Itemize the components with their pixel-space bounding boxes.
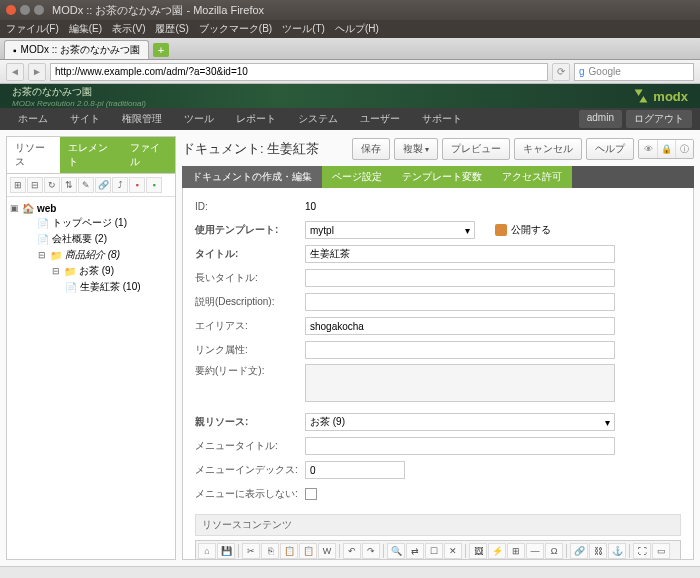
window-minimize-button[interactable]: [20, 5, 30, 15]
tree-root[interactable]: ▣ 🏠 web: [9, 201, 173, 215]
tab-template-vars[interactable]: テンプレート変数: [392, 166, 492, 188]
redo-icon[interactable]: ↷: [362, 543, 380, 559]
preview-button[interactable]: プレビュー: [442, 138, 510, 160]
browser-tab[interactable]: ▪ MODx :: お茶のなかみつ園: [4, 40, 149, 59]
home-icon: 🏠: [22, 202, 34, 214]
nav-user[interactable]: ユーザー: [350, 108, 410, 130]
title-input[interactable]: [305, 245, 615, 263]
template-select[interactable]: mytpl▾: [305, 221, 475, 239]
duplicate-button[interactable]: 複製: [394, 138, 438, 160]
logout-button[interactable]: ログアウト: [626, 110, 692, 128]
linkattr-input[interactable]: [305, 341, 615, 359]
cancel-button[interactable]: キャンセル: [514, 138, 582, 160]
paste-text-icon[interactable]: 📋: [299, 543, 317, 559]
menu-edit[interactable]: 編集(E): [69, 22, 102, 36]
find-icon[interactable]: 🔍: [387, 543, 405, 559]
clear-icon[interactable]: ✕: [444, 543, 462, 559]
selectall-icon[interactable]: ☐: [425, 543, 443, 559]
tree-item-products[interactable]: ⊟📁商品紹介 (8): [9, 247, 173, 263]
menutitle-input[interactable]: [305, 437, 615, 455]
flash-icon[interactable]: ⚡: [488, 543, 506, 559]
cut-icon[interactable]: ✂: [242, 543, 260, 559]
nav-security[interactable]: 権限管理: [112, 108, 172, 130]
hr-icon[interactable]: —: [526, 543, 544, 559]
info-icon[interactable]: ⓘ: [675, 140, 693, 158]
sidebar-tab-file[interactable]: ファイル: [122, 137, 175, 173]
trash-icon[interactable]: ▪: [146, 177, 162, 193]
tree-item-tea[interactable]: ⊟📁お茶 (9): [9, 263, 173, 279]
sidebar-tab-element[interactable]: エレメント: [60, 137, 122, 173]
alias-input[interactable]: [305, 317, 615, 335]
content-section-title: リソースコンテンツ: [195, 514, 681, 536]
view-icon[interactable]: 👁: [639, 140, 657, 158]
refresh-icon[interactable]: ↻: [44, 177, 60, 193]
image-icon[interactable]: 🖼: [469, 543, 487, 559]
new-link-icon[interactable]: 🔗: [95, 177, 111, 193]
search-field[interactable]: g Google: [574, 63, 694, 81]
minus-icon[interactable]: ⊟: [37, 250, 47, 260]
longtitle-label: 長いタイトル:: [195, 271, 305, 285]
unlink-icon[interactable]: ⛓: [589, 543, 607, 559]
window-maximize-button[interactable]: [34, 5, 44, 15]
menu-tools[interactable]: ツール(T): [282, 22, 325, 36]
tree-item-toppage[interactable]: 📄トップページ (1): [9, 215, 173, 231]
replace-icon[interactable]: ⇄: [406, 543, 424, 559]
anchor-icon[interactable]: ⚓: [608, 543, 626, 559]
reload-button[interactable]: ⟳: [552, 63, 570, 81]
special-icon[interactable]: Ω: [545, 543, 563, 559]
table-icon[interactable]: ⊞: [507, 543, 525, 559]
expand-all-icon[interactable]: ⊞: [10, 177, 26, 193]
parent-select[interactable]: お茶 (9)▾: [305, 413, 615, 431]
nav-support[interactable]: サポート: [412, 108, 472, 130]
publish-checkbox-wrap[interactable]: 公開する: [495, 223, 551, 237]
blocks-icon[interactable]: ▭: [652, 543, 670, 559]
lock-icon[interactable]: 🔒: [657, 140, 675, 158]
new-symlink-icon[interactable]: ⤴: [112, 177, 128, 193]
help-button[interactable]: ヘルプ: [586, 138, 634, 160]
maximize-icon[interactable]: ⛶: [633, 543, 651, 559]
menu-view[interactable]: 表示(V): [112, 22, 145, 36]
sidebar-tab-resource[interactable]: リソース: [7, 137, 60, 173]
paste-word-icon[interactable]: W: [318, 543, 336, 559]
new-tab-button[interactable]: +: [153, 43, 169, 57]
undo-icon[interactable]: ↶: [343, 543, 361, 559]
window-close-button[interactable]: [6, 5, 16, 15]
nav-site[interactable]: サイト: [60, 108, 110, 130]
new-static-icon[interactable]: ▪: [129, 177, 145, 193]
back-button[interactable]: ◄: [6, 63, 24, 81]
description-input[interactable]: [305, 293, 615, 311]
copy-icon[interactable]: ⎘: [261, 543, 279, 559]
source-icon[interactable]: ⌂: [198, 543, 216, 559]
nav-system[interactable]: システム: [288, 108, 348, 130]
menu-help[interactable]: ヘルプ(H): [335, 22, 379, 36]
forward-button[interactable]: ►: [28, 63, 46, 81]
save-button[interactable]: 保存: [352, 138, 390, 160]
tree-item-gingertea[interactable]: 📄生姜紅茶 (10): [9, 279, 173, 295]
collapse-all-icon[interactable]: ⊟: [27, 177, 43, 193]
tree-label: トップページ (1): [52, 216, 127, 230]
save-icon[interactable]: 💾: [217, 543, 235, 559]
tab-page-settings[interactable]: ページ設定: [322, 166, 392, 188]
summary-textarea[interactable]: [305, 364, 615, 402]
tree-item-company[interactable]: 📄会社概要 (2): [9, 231, 173, 247]
url-field[interactable]: http://www.example.com/adm/?a=30&id=10: [50, 63, 548, 81]
minus-icon[interactable]: ⊟: [51, 266, 61, 276]
link-icon[interactable]: 🔗: [570, 543, 588, 559]
menu-bookmarks[interactable]: ブックマーク(B): [199, 22, 272, 36]
nav-home[interactable]: ホーム: [8, 108, 58, 130]
nav-tools[interactable]: ツール: [174, 108, 224, 130]
sort-icon[interactable]: ⇅: [61, 177, 77, 193]
admin-button[interactable]: admin: [579, 110, 622, 128]
menuindex-input[interactable]: [305, 461, 405, 479]
menu-history[interactable]: 履歴(S): [155, 22, 188, 36]
hidemenu-checkbox[interactable]: [305, 488, 317, 500]
nav-reports[interactable]: レポート: [226, 108, 286, 130]
menu-file[interactable]: ファイル(F): [6, 22, 59, 36]
longtitle-input[interactable]: [305, 269, 615, 287]
tab-access[interactable]: アクセス許可: [492, 166, 572, 188]
window-titlebar: MODx :: お茶のなかみつ園 - Mozilla Firefox: [0, 0, 700, 20]
tab-create-edit[interactable]: ドキュメントの作成・編集: [182, 166, 322, 188]
paste-icon[interactable]: 📋: [280, 543, 298, 559]
new-doc-icon[interactable]: ✎: [78, 177, 94, 193]
minus-icon[interactable]: ▣: [9, 203, 19, 213]
